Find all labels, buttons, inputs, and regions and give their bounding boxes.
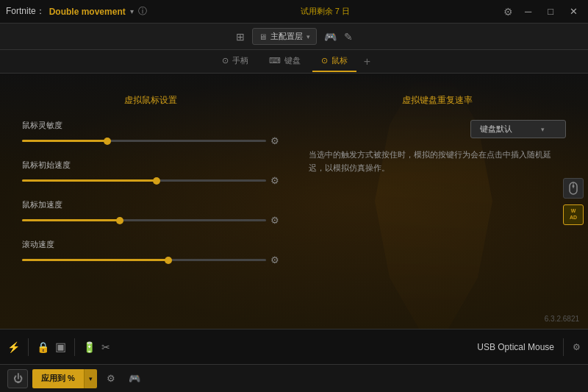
title-bar-left: Fortnite： Double movement ▾ ⓘ [6, 5, 147, 18]
app-name: Fortnite： [6, 5, 45, 18]
battery-icon[interactable]: 🔋 [83, 341, 96, 353]
tab-mouse-label: 鼠标 [331, 55, 348, 66]
slider-sensitivity-track[interactable] [22, 140, 266, 142]
scissors-icon[interactable]: ✂ [101, 341, 110, 353]
slider-acceleration-container: ⚙ [22, 215, 279, 226]
right-panel: 虚拟键盘重复速率 键盘默认 ▾ 当选中的触发方式被按住时，模拟的按键行为会在点击… [309, 74, 566, 329]
maximize-button[interactable]: □ [543, 4, 558, 18]
apply-button-group: 应用到 % ▾ [32, 369, 97, 388]
status-right-sep [563, 338, 564, 356]
status-right: USB Optical Mouse ⚙ [477, 338, 581, 356]
slider-initial-speed-container: ⚙ [22, 175, 279, 186]
profile-slot-icon[interactable]: ▣ [55, 340, 66, 354]
version-text: 6.3.2.6821 [545, 315, 579, 323]
toolbar: ⊞ 🖥 主配置层 ▾ 🎮 ✎ [0, 24, 588, 50]
apply-dropdown-button[interactable]: ▾ [84, 369, 97, 388]
status-bar: ⚡ 🔒 ▣ 🔋 ✂ USB Optical Mouse ⚙ [0, 329, 588, 364]
keyboard-rate-dropdown[interactable]: 键盘默认 ▾ [470, 120, 566, 138]
status-sep-2 [74, 338, 75, 356]
action-settings-icon[interactable]: ⚙ [101, 369, 121, 388]
keyboard-icon: ⌨ [269, 56, 281, 65]
tab-add-button[interactable]: + [359, 55, 375, 68]
slider-scroll-speed: 滚动速度 ⚙ [22, 239, 279, 266]
dropdown-selected-value: 键盘默认 [480, 124, 512, 135]
slider-initial-speed-settings-icon[interactable]: ⚙ [270, 175, 279, 186]
action-ps-icon[interactable]: 🎮 [125, 369, 144, 388]
slider-initial-speed-fill [22, 179, 157, 182]
right-panel-title: 虚拟键盘重复速率 [309, 94, 566, 107]
close-button[interactable]: ✕ [565, 4, 582, 18]
gamepad-icon: ⊙ [222, 56, 229, 65]
power-button[interactable]: ⏻ [7, 369, 28, 388]
ps-icon-toolbar: 🎮 [324, 31, 337, 43]
slider-acceleration-track[interactable] [22, 219, 266, 221]
device-settings-icon[interactable]: ⚙ [573, 342, 581, 352]
slider-initial-speed-label: 鼠标初始速度 [22, 160, 279, 171]
action-bar: ⏻ 应用到 % ▾ ⚙ 🎮 [0, 364, 588, 392]
slider-acceleration-fill [22, 219, 120, 221]
main-content: 虚拟鼠标设置 鼠标灵敏度 ⚙ 鼠标初始速度 [0, 74, 588, 329]
profile-select[interactable]: 🖥 主配置层 ▾ [252, 28, 317, 45]
slider-sensitivity-fill [22, 140, 107, 142]
slider-initial-speed: 鼠标初始速度 ⚙ [22, 160, 279, 186]
slider-scroll-speed-settings-icon[interactable]: ⚙ [270, 254, 279, 266]
slider-acceleration: 鼠标加速度 ⚙ [22, 199, 279, 226]
title-bar: Fortnite： Double movement ▾ ⓘ 试用剩余 7 日 ⚙… [0, 0, 588, 24]
left-panel: 虚拟鼠标设置 鼠标灵敏度 ⚙ 鼠标初始速度 [22, 74, 279, 329]
lock-icon[interactable]: 🔒 [37, 341, 49, 353]
content-panels: 虚拟鼠标设置 鼠标灵敏度 ⚙ 鼠标初始速度 [0, 74, 588, 329]
slider-scroll-speed-track[interactable] [22, 259, 266, 261]
tab-gamepad-label: 手柄 [232, 55, 248, 66]
mouse-tab-icon: ⊙ [321, 56, 328, 65]
trial-text: 试用剩余 7 日 [301, 6, 350, 17]
tab-keyboard-label: 键盘 [284, 55, 301, 66]
dropdown-arrow-icon: ▾ [541, 126, 545, 133]
keyboard-rate-description: 当选中的触发方式被按住时，模拟的按键行为会在点击中插入随机延迟，以模拟仿真操作。 [309, 149, 566, 174]
slider-acceleration-thumb[interactable] [116, 217, 123, 224]
slider-acceleration-label: 鼠标加速度 [22, 199, 279, 210]
slider-sensitivity-thumb[interactable] [104, 138, 111, 145]
side-icons: W AD [563, 178, 584, 225]
svg-point-2 [573, 185, 575, 187]
tab-mouse[interactable]: ⊙ 鼠标 [312, 51, 356, 72]
slider-sensitivity-container: ⚙ [22, 135, 279, 146]
slider-initial-speed-thumb[interactable] [153, 177, 160, 185]
profile-label: 主配置层 [270, 31, 303, 42]
profile-dropdown-icon[interactable]: ▾ [130, 7, 134, 15]
tab-gamepad[interactable]: ⊙ 手柄 [213, 51, 257, 72]
slider-scroll-speed-label: 滚动速度 [22, 239, 279, 250]
monitor-icon: 🖥 [259, 32, 267, 41]
slider-acceleration-settings-icon[interactable]: ⚙ [270, 215, 279, 226]
slider-scroll-speed-container: ⚙ [22, 254, 279, 266]
info-icon[interactable]: ⓘ [138, 5, 147, 18]
slider-mouse-sensitivity: 鼠标灵敏度 ⚙ [22, 120, 279, 146]
slider-sensitivity-label: 鼠标灵敏度 [22, 120, 279, 131]
title-bar-right: ⚙ ─ □ ✕ [503, 4, 582, 18]
wasd-side-icon[interactable]: W AD [563, 204, 584, 225]
slider-scroll-speed-fill [22, 259, 168, 261]
power-mode-icon[interactable]: ⚡ [7, 341, 20, 353]
select-arrow-icon: ▾ [306, 33, 310, 40]
slider-initial-speed-track[interactable] [22, 179, 266, 182]
tab-keyboard[interactable]: ⌨ 键盘 [260, 51, 309, 72]
grid-icon[interactable]: ⊞ [236, 31, 245, 43]
edit-icon-toolbar[interactable]: ✎ [344, 31, 353, 43]
status-sep-1 [28, 338, 29, 356]
keyboard-rate-dropdown-row: 键盘默认 ▾ [309, 120, 566, 138]
left-panel-title: 虚拟鼠标设置 [22, 94, 279, 107]
nav-tabs: ⊙ 手柄 ⌨ 键盘 ⊙ 鼠标 + [0, 50, 588, 74]
slider-scroll-speed-thumb[interactable] [165, 257, 172, 264]
apply-main-button[interactable]: 应用到 % [32, 369, 84, 388]
profile-name: Double movement [49, 7, 126, 17]
minimize-button[interactable]: ─ [520, 4, 536, 18]
settings-icon[interactable]: ⚙ [503, 6, 513, 18]
slider-sensitivity-settings-icon[interactable]: ⚙ [270, 135, 279, 146]
device-name: USB Optical Mouse [477, 342, 554, 352]
mouse-side-icon[interactable] [563, 178, 584, 199]
